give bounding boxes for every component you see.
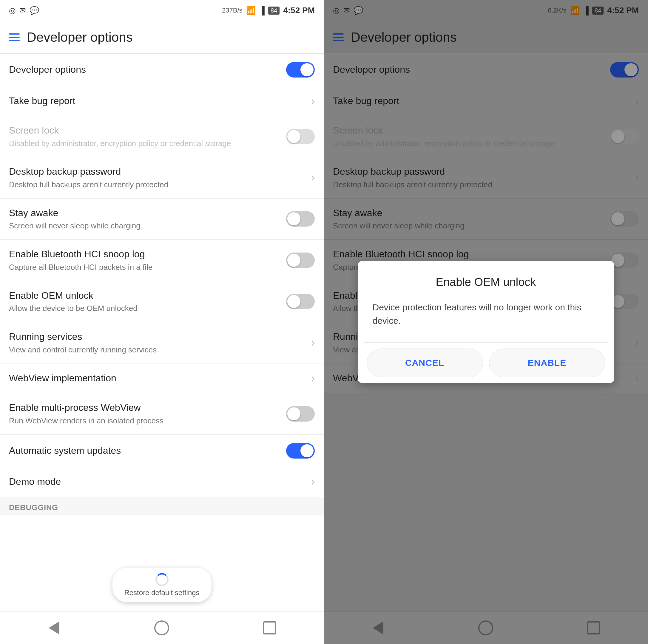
- left-item-take-bug-report-title: Take bug report: [9, 95, 311, 107]
- left-page-title: Developer options: [27, 30, 133, 45]
- left-toggle-bluetooth-hci[interactable]: [286, 252, 315, 268]
- left-nav-back-icon: [49, 621, 59, 635]
- left-item-automatic-system-updates-title: Automatic system updates: [9, 445, 286, 457]
- right-dialog-buttons: CANCEL ENABLE: [358, 343, 614, 383]
- left-item-webview-implementation-title: WebView implementation: [9, 372, 311, 385]
- left-nav-back-button[interactable]: [44, 618, 64, 638]
- left-toggle-oem-unlock-knob: [287, 295, 301, 308]
- left-item-desktop-backup-password[interactable]: Desktop backup password Desktop full bac…: [0, 157, 324, 198]
- right-dialog-overlay: Enable OEM unlock Device protection feat…: [324, 0, 648, 644]
- left-toggle-oem-unlock[interactable]: [286, 294, 315, 309]
- left-item-multi-process-webview-content: Enable multi-process WebView Run WebView…: [9, 402, 286, 426]
- left-status-bar: ◎ ✉ 💬 237B/s 📶 ▐ 84 4:52 PM: [0, 0, 324, 21]
- left-item-webview-implementation-content: WebView implementation: [9, 372, 311, 385]
- left-item-take-bug-report-content: Take bug report: [9, 95, 311, 107]
- right-dialog-enable-button[interactable]: ENABLE: [489, 349, 605, 377]
- left-item-demo-mode-content: Demo mode: [9, 476, 311, 488]
- right-dialog-title: Enable OEM unlock: [358, 261, 614, 298]
- left-item-oem-unlock-subtitle: Allow the device to be OEM unlocked: [9, 303, 286, 314]
- right-dialog-cancel-button[interactable]: CANCEL: [367, 349, 483, 377]
- left-item-stay-awake-title: Stay awake: [9, 207, 286, 220]
- left-item-automatic-system-updates-content: Automatic system updates: [9, 445, 286, 457]
- left-item-screen-lock-subtitle: Disabled by administrator, encryption po…: [9, 139, 286, 149]
- left-chevron-webview-implementation: ›: [311, 372, 315, 385]
- left-toast-spinner: [155, 573, 168, 586]
- left-item-developer-options[interactable]: Developer options: [0, 54, 324, 86]
- right-dialog-body: Device protection features will no longe…: [358, 298, 614, 342]
- left-toast-text: Restore default settings: [124, 589, 199, 597]
- left-nav-recents-icon: [263, 621, 276, 635]
- mail-icon: ✉: [19, 6, 26, 15]
- left-toast: Restore default settings: [112, 568, 211, 602]
- left-item-multi-process-webview-subtitle: Run WebView renders in an isolated proce…: [9, 416, 286, 426]
- left-item-automatic-system-updates[interactable]: Automatic system updates: [0, 435, 324, 467]
- left-item-desktop-backup-password-title: Desktop backup password: [9, 166, 311, 178]
- left-item-running-services[interactable]: Running services View and control curren…: [0, 322, 324, 363]
- left-item-webview-implementation[interactable]: WebView implementation ›: [0, 363, 324, 393]
- left-item-desktop-backup-password-subtitle: Desktop full backups aren't currently pr…: [9, 180, 311, 190]
- left-item-take-bug-report[interactable]: Take bug report ›: [0, 86, 324, 116]
- left-nav-bar: [0, 611, 324, 644]
- left-item-stay-awake-subtitle: Screen will never sleep while charging: [9, 221, 286, 231]
- left-status-icons: ◎ ✉ 💬: [9, 6, 39, 15]
- left-wifi-icon: 📶: [246, 6, 256, 15]
- left-item-running-services-subtitle: View and control currently running servi…: [9, 345, 311, 355]
- left-toggle-multi-process-webview-knob: [287, 407, 301, 420]
- left-item-screen-lock-content: Screen lock Disabled by administrator, e…: [9, 124, 286, 149]
- left-item-bluetooth-hci-title: Enable Bluetooth HCI snoop log: [9, 248, 286, 260]
- left-app-bar: Developer options: [0, 21, 324, 54]
- left-item-developer-options-content: Developer options: [9, 63, 286, 76]
- location-icon: ◎: [9, 6, 16, 15]
- left-item-bluetooth-hci-content: Enable Bluetooth HCI snoop log Capture a…: [9, 248, 286, 272]
- left-section-debugging: DEBUGGING: [0, 497, 324, 515]
- left-item-multi-process-webview-title: Enable multi-process WebView: [9, 402, 286, 414]
- left-chevron-demo-mode: ›: [311, 476, 315, 488]
- right-dialog: Enable OEM unlock Device protection feat…: [358, 261, 614, 383]
- left-item-screen-lock-title: Screen lock: [9, 124, 286, 137]
- left-item-oem-unlock-title: Enable OEM unlock: [9, 290, 286, 302]
- left-item-multi-process-webview[interactable]: Enable multi-process WebView Run WebView…: [0, 393, 324, 434]
- left-toggle-stay-awake[interactable]: [286, 211, 315, 227]
- left-item-screen-lock: Screen lock Disabled by administrator, e…: [0, 116, 324, 157]
- left-item-desktop-backup-password-content: Desktop backup password Desktop full bac…: [9, 166, 311, 190]
- left-toggle-multi-process-webview[interactable]: [286, 406, 315, 422]
- left-settings-list: Developer options Take bug report › Scre…: [0, 54, 324, 611]
- left-nav-home-button[interactable]: [151, 618, 172, 638]
- left-item-oem-unlock[interactable]: Enable OEM unlock Allow the device to be…: [0, 281, 324, 322]
- left-nav-recents-button[interactable]: [259, 618, 280, 638]
- left-chevron-running-services: ›: [311, 337, 315, 349]
- left-item-bluetooth-hci[interactable]: Enable Bluetooth HCI snoop log Capture a…: [0, 240, 324, 281]
- left-item-bluetooth-hci-subtitle: Capture all Bluetooth HCI packets in a f…: [9, 262, 286, 273]
- left-chevron-take-bug-report: ›: [311, 95, 315, 107]
- left-toggle-stay-awake-knob: [287, 212, 301, 225]
- left-item-running-services-title: Running services: [9, 331, 311, 343]
- left-chevron-desktop-backup-password: ›: [311, 171, 315, 184]
- left-battery: 84: [268, 7, 279, 15]
- left-item-stay-awake[interactable]: Stay awake Screen will never sleep while…: [0, 198, 324, 240]
- left-phone-panel: ◎ ✉ 💬 237B/s 📶 ▐ 84 4:52 PM Developer op…: [0, 0, 324, 644]
- left-toggle-screen-lock: [286, 129, 315, 144]
- left-time: 4:52 PM: [283, 6, 315, 15]
- left-item-demo-mode[interactable]: Demo mode ›: [0, 467, 324, 497]
- left-signal-icon: ▐: [259, 6, 265, 15]
- left-network-speed: 237B/s: [222, 7, 242, 14]
- right-phone-panel: ◎ ✉ 💬 6.2K/s 📶 ▐ 84 4:52 PM Developer op…: [324, 0, 648, 644]
- left-toggle-developer-options[interactable]: [286, 62, 315, 77]
- left-toast-container: Restore default settings: [112, 568, 211, 602]
- left-toggle-automatic-system-updates-knob: [301, 444, 314, 457]
- left-menu-icon[interactable]: [9, 34, 20, 41]
- left-item-demo-mode-title: Demo mode: [9, 476, 311, 488]
- left-item-running-services-content: Running services View and control curren…: [9, 331, 311, 355]
- chat-icon: 💬: [30, 6, 39, 15]
- left-item-developer-options-title: Developer options: [9, 63, 286, 76]
- left-toggle-bluetooth-hci-knob: [287, 254, 301, 267]
- left-item-stay-awake-content: Stay awake Screen will never sleep while…: [9, 207, 286, 231]
- left-toggle-screen-lock-knob: [287, 130, 301, 143]
- left-toggle-automatic-system-updates[interactable]: [286, 443, 315, 459]
- left-nav-home-icon: [154, 621, 169, 635]
- left-toggle-developer-options-knob: [301, 63, 314, 76]
- left-status-right: 237B/s 📶 ▐ 84 4:52 PM: [222, 6, 315, 15]
- left-item-oem-unlock-content: Enable OEM unlock Allow the device to be…: [9, 290, 286, 314]
